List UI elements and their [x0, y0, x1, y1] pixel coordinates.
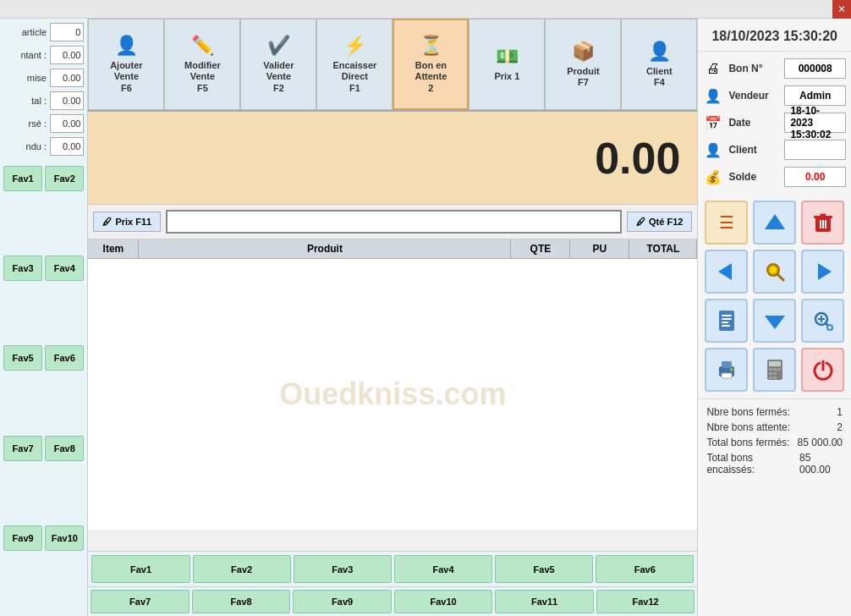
bottom-fav-12[interactable]: Fav12: [596, 590, 695, 613]
client-value: [784, 140, 846, 160]
barcode-input[interactable]: [166, 210, 622, 234]
bottom-fav-3[interactable]: Fav3: [294, 555, 392, 583]
qte-f12-button[interactable]: 🖊 Qté F12: [627, 212, 692, 232]
bottom-fav-4[interactable]: Fav4: [394, 555, 492, 583]
svg-rect-35: [773, 372, 777, 375]
stat-bons-fermes: Nbre bons fermés: 1: [706, 406, 843, 418]
svg-marker-7: [718, 263, 732, 280]
right-panel: 18/10/2023 15:30:20 🖨 Bon N° 000008 👤 Ve…: [697, 19, 851, 616]
power-icon: [811, 358, 835, 382]
sidebar-fav-3[interactable]: Fav3: [3, 256, 42, 281]
bon-attente-icon: ⏳: [420, 35, 442, 57]
bon-row: 🖨 Bon N° 000008: [703, 57, 846, 80]
article-row: article 0: [3, 22, 84, 42]
bottom-fav-10[interactable]: Fav10: [394, 590, 493, 613]
report-button[interactable]: [705, 299, 748, 343]
print-button[interactable]: [705, 348, 748, 392]
table-header: Item Produit QTE PU TOTAL: [88, 239, 697, 259]
bon-label: Bon N°: [728, 63, 779, 74]
client-label: Client: [728, 144, 779, 156]
produit-button[interactable]: 📦 ProduitF7: [545, 19, 621, 110]
client-row: 👤 Client: [703, 138, 846, 162]
forward-arrow-icon: [811, 260, 835, 283]
svg-rect-31: [769, 368, 772, 371]
calc-button[interactable]: [753, 348, 796, 392]
sidebar-fav-4[interactable]: Fav4: [45, 256, 84, 281]
encaisser-direct-label: EncaisserDirectF1: [332, 60, 376, 94]
modifier-vente-button[interactable]: ✏️ ModifierVenteF5: [164, 19, 240, 110]
svg-rect-27: [722, 373, 732, 378]
sidebar-fav-5[interactable]: Fav5: [3, 345, 42, 371]
back-button[interactable]: [705, 250, 748, 294]
client-label: ClientF4: [646, 66, 673, 88]
sidebar-fav-8[interactable]: Fav8: [45, 436, 84, 461]
ajouter-vente-button[interactable]: 👤 AjouterVenteF6: [88, 19, 164, 110]
col-produit: Produit: [139, 239, 511, 258]
down-button[interactable]: [753, 299, 796, 343]
sidebar-fav-10[interactable]: Fav10: [45, 525, 84, 551]
sidebar-fav-1[interactable]: Fav1: [3, 166, 42, 191]
client-button[interactable]: 👤 ClientF4: [621, 19, 697, 110]
trash-icon: [812, 211, 834, 234]
delete-button[interactable]: [801, 201, 844, 245]
montant-value: 0.00: [50, 46, 84, 64]
ajouter-vente-label: AjouterVenteF6: [110, 60, 143, 94]
bottom-fav-5[interactable]: Fav5: [495, 555, 593, 583]
down-arrow-icon: [763, 309, 787, 333]
remise-row: mise 0.00: [3, 68, 84, 88]
center-controls: 🖊 Prix F11 🖊 Qté F12: [88, 205, 697, 239]
bottom-fav-9[interactable]: Fav9: [293, 590, 392, 613]
verse-label: rsé :: [3, 118, 50, 129]
sidebar-fav-9[interactable]: Fav9: [3, 525, 42, 551]
toolbar: 👤 AjouterVenteF6 ✏️ ModifierVenteF5 ✔️ V…: [88, 19, 697, 112]
bottom-fav-8[interactable]: Fav8: [192, 590, 291, 613]
search-yellow-icon: [763, 260, 787, 283]
bottom-fav-7[interactable]: Fav7: [91, 590, 189, 613]
up-button[interactable]: [753, 201, 796, 245]
bon-attente-button[interactable]: ⏳ Bon enAttente2: [393, 19, 469, 110]
close-button[interactable]: ✕: [832, 0, 851, 19]
zoom-icon: [811, 309, 835, 333]
bottom-fav-1[interactable]: Fav1: [91, 555, 189, 583]
solde-icon: 💰: [703, 167, 723, 187]
stat-bons-attente: Nbre bons attente: 2: [706, 421, 843, 433]
remise-label: mise: [3, 73, 50, 83]
bottom-fav-row2: Fav7 Fav8 Fav9 Fav10 Fav11 Fav12: [88, 586, 697, 616]
svg-rect-38: [773, 377, 777, 379]
report-icon: [716, 309, 738, 333]
prix-button[interactable]: 💵 Prix 1: [469, 19, 545, 110]
nbre-bons-fermes-label: Nbre bons fermés:: [706, 406, 790, 418]
vendeur-label: Vendeur: [728, 90, 779, 102]
nbre-bons-attente-value: 2: [837, 421, 843, 433]
svg-rect-12: [719, 311, 734, 331]
bottom-fav-2[interactable]: Fav2: [193, 555, 291, 583]
svg-point-28: [730, 368, 733, 371]
prix-f11-button[interactable]: 🖊 Prix F11: [93, 212, 161, 232]
prix-f11-icon: 🖊: [102, 217, 112, 227]
zoom-button[interactable]: [801, 299, 844, 343]
product-table: Item Produit QTE PU TOTAL Ouedkniss.com: [88, 239, 697, 551]
bottom-fav-11[interactable]: Fav11: [495, 590, 594, 613]
verse-row: rsé : 0.00: [3, 113, 84, 134]
sidebar-fav-6[interactable]: Fav6: [45, 345, 84, 371]
sidebar-fav-2[interactable]: Fav2: [45, 166, 84, 191]
power-button[interactable]: [801, 348, 844, 392]
bottom-fav-6[interactable]: Fav6: [596, 555, 694, 583]
bon-attente-label: Bon enAttente2: [415, 60, 447, 94]
encaisser-direct-button[interactable]: ⚡ EncaisserDirectF1: [316, 19, 393, 110]
forward-button[interactable]: [801, 250, 844, 294]
nbre-bons-fermes-value: 1: [837, 406, 843, 418]
total-value: 0.00: [50, 91, 84, 110]
vendeur-row: 👤 Vendeur Admin: [703, 84, 846, 107]
sidebar-fav-7[interactable]: Fav7: [3, 436, 42, 461]
list-button[interactable]: ☰: [705, 201, 748, 245]
article-label: article: [3, 27, 50, 37]
total-bons-fermes-value: 85 000.00: [798, 437, 843, 448]
bon-value: 000008: [784, 58, 846, 79]
solde-label: Solde: [728, 171, 779, 183]
search-yellow-button[interactable]: [753, 250, 796, 294]
prix-f11-label: Prix F11: [115, 217, 151, 227]
valider-vente-button[interactable]: ✔️ ValiderVenteF2: [240, 19, 316, 110]
total-bons-encaisses-value: 85 000.00: [799, 452, 843, 476]
svg-marker-0: [765, 214, 785, 229]
